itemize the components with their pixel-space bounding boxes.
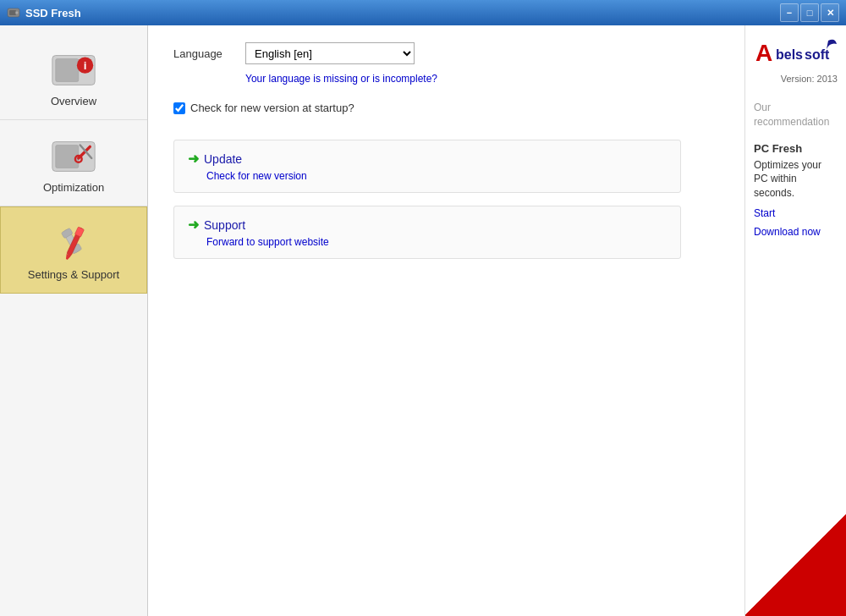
checkbox-label: Check for new version at startup? <box>190 102 354 114</box>
checkbox-row: Check for new version at startup? <box>173 102 719 114</box>
app-icon <box>7 6 20 19</box>
svg-point-2 <box>15 11 19 14</box>
update-description: Check for new version <box>206 170 667 182</box>
language-missing-link[interactable]: Your language is missing or is incomplet… <box>245 73 719 85</box>
sidebar: i Overview Optimization <box>0 25 148 616</box>
app-title: SSD Fresh <box>25 7 81 19</box>
close-button[interactable]: ✕ <box>821 3 839 22</box>
pc-fresh-desc: Optimizes your PC within seconds. <box>754 158 838 201</box>
window-controls: − □ ✕ <box>780 3 839 22</box>
version-text: Version: 2013 <box>754 74 838 84</box>
sidebar-item-optimization-label: Optimization <box>43 181 104 194</box>
maximize-button[interactable]: □ <box>800 3 819 22</box>
update-name: Update <box>204 152 242 166</box>
language-label: Language <box>173 47 233 60</box>
startup-check-checkbox[interactable] <box>173 102 185 114</box>
language-select[interactable]: English [en] <box>245 42 415 64</box>
logo-svg: A bels soft <box>754 34 838 68</box>
svg-text:soft: soft <box>805 47 830 62</box>
optimization-icon <box>49 132 98 181</box>
settings-icon <box>49 219 98 268</box>
start-link[interactable]: Start <box>754 207 838 219</box>
recommendation-title: Our recommendation <box>754 101 838 129</box>
app-body: i Overview Optimization <box>0 25 846 616</box>
title-bar-left: SSD Fresh <box>7 6 81 19</box>
support-description: Forward to support website <box>206 236 667 248</box>
language-row: Language English [en] <box>173 42 719 64</box>
sidebar-item-overview-label: Overview <box>51 95 96 107</box>
sidebar-item-settings-label: Settings & Support <box>28 268 119 281</box>
support-name: Support <box>204 218 245 232</box>
support-title-row: ➜ Support <box>188 217 667 233</box>
sidebar-item-optimization[interactable]: Optimization <box>0 120 147 206</box>
minimize-button[interactable]: − <box>780 3 799 22</box>
main-content: Language English [en] Your language is m… <box>148 25 744 616</box>
title-bar: SSD Fresh − □ ✕ <box>0 0 846 25</box>
support-action[interactable]: ➜ Support Forward to support website <box>173 206 681 259</box>
red-corner-decoration <box>744 514 846 616</box>
svg-rect-4 <box>56 58 79 81</box>
sidebar-item-overview[interactable]: i Overview <box>0 34 147 120</box>
svg-text:bels: bels <box>776 47 803 62</box>
update-arrow-icon: ➜ <box>188 151 199 167</box>
right-panel: A bels soft Version: 2013 Our recommenda… <box>744 25 846 616</box>
abelssoft-logo: A bels soft <box>754 34 838 70</box>
update-action[interactable]: ➜ Update Check for new version <box>173 140 681 193</box>
update-title-row: ➜ Update <box>188 151 667 167</box>
overview-icon: i <box>49 46 98 95</box>
svg-text:A: A <box>755 40 772 66</box>
svg-text:i: i <box>84 59 87 72</box>
support-arrow-icon: ➜ <box>188 217 199 233</box>
sidebar-item-settings[interactable]: Settings & Support <box>0 206 147 294</box>
pc-fresh-title: PC Fresh <box>754 142 838 155</box>
download-link[interactable]: Download now <box>754 226 838 238</box>
